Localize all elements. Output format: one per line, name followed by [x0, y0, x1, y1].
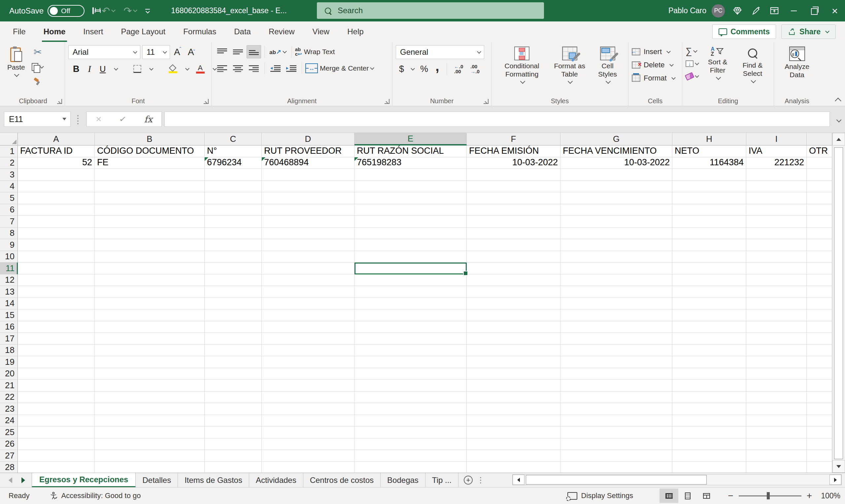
cell-F8[interactable]: [467, 228, 561, 239]
cell-A1[interactable]: FACTURA ID: [18, 145, 95, 157]
cell-E27[interactable]: [354, 450, 467, 462]
cell-E17[interactable]: [354, 333, 467, 345]
cell-J26[interactable]: [807, 438, 832, 450]
scroll-down-button[interactable]: [832, 460, 845, 473]
cell-G14[interactable]: [561, 298, 672, 310]
cell-I27[interactable]: [746, 450, 807, 462]
close-button[interactable]: ×: [825, 0, 845, 21]
cell-D12[interactable]: [262, 274, 354, 286]
cell-H8[interactable]: [672, 228, 746, 239]
cell-F24[interactable]: [467, 415, 561, 427]
cell-B1[interactable]: CÓDIGO DOCUMENTO: [95, 145, 205, 157]
cell-E1[interactable]: RUT RAZÓN SOCIAL: [354, 145, 467, 157]
cell-G23[interactable]: [561, 403, 672, 415]
cell-H2[interactable]: 1164384: [672, 157, 746, 169]
cell-I8[interactable]: [746, 228, 807, 239]
column-header-E[interactable]: E: [354, 133, 467, 145]
cell-I2[interactable]: 221232: [746, 157, 807, 169]
cell-J1[interactable]: OTR: [807, 145, 832, 157]
row-header-10[interactable]: 10: [0, 251, 18, 263]
column-header-B[interactable]: B: [95, 133, 205, 145]
cell-E7[interactable]: [354, 216, 467, 228]
vertical-scroll-thumb[interactable]: [834, 147, 843, 459]
cell-A12[interactable]: [18, 274, 95, 286]
cell-J16[interactable]: [807, 321, 832, 333]
row-header-3[interactable]: 3: [0, 169, 18, 181]
font-name-combobox[interactable]: Arial: [68, 45, 140, 59]
tab-data[interactable]: Data: [225, 21, 260, 42]
tab-help[interactable]: Help: [338, 21, 372, 42]
cell-H18[interactable]: [672, 345, 746, 357]
cell-C8[interactable]: [205, 228, 262, 239]
cell-D16[interactable]: [262, 321, 354, 333]
cell-I11[interactable]: [746, 263, 807, 274]
cell-C17[interactable]: [205, 333, 262, 345]
cell-B13[interactable]: [95, 286, 205, 298]
comma-style-button[interactable]: ,: [434, 60, 441, 73]
cell-D24[interactable]: [262, 415, 354, 427]
zoom-slider[interactable]: [739, 496, 802, 497]
cell-E6[interactable]: [354, 204, 467, 216]
vertical-scrollbar[interactable]: [832, 133, 845, 473]
cell-I6[interactable]: [746, 204, 807, 216]
cell-A6[interactable]: [18, 204, 95, 216]
percent-style-button[interactable]: %: [418, 62, 430, 75]
select-all-button[interactable]: [0, 133, 18, 145]
cell-I24[interactable]: [746, 415, 807, 427]
customize-quick-access-button[interactable]: [145, 9, 150, 13]
cell-I17[interactable]: [746, 333, 807, 345]
row-header-8[interactable]: 8: [0, 228, 18, 239]
cell-I12[interactable]: [746, 274, 807, 286]
cell-D22[interactable]: [262, 392, 354, 403]
cell-I16[interactable]: [746, 321, 807, 333]
accounting-format-button[interactable]: $: [397, 62, 406, 75]
cell-J4[interactable]: [807, 181, 832, 193]
cell-G5[interactable]: [561, 192, 672, 204]
cell-F13[interactable]: [467, 286, 561, 298]
search-box[interactable]: [317, 2, 544, 19]
cell-A17[interactable]: [18, 333, 95, 345]
cell-I25[interactable]: [746, 427, 807, 438]
cell-C9[interactable]: [205, 239, 262, 251]
cell-F3[interactable]: [467, 169, 561, 181]
cell-I26[interactable]: [746, 438, 807, 450]
cell-E23[interactable]: [354, 403, 467, 415]
increase-decimal-button[interactable]: ←.0.00: [452, 62, 465, 75]
cell-H26[interactable]: [672, 438, 746, 450]
tab-bar-splitter[interactable]: [480, 477, 481, 484]
cell-G19[interactable]: [561, 356, 672, 368]
scroll-left-button[interactable]: [513, 475, 525, 485]
cell-D26[interactable]: [262, 438, 354, 450]
user-name[interactable]: Pablo Caro: [663, 6, 712, 15]
cell-I3[interactable]: [746, 169, 807, 181]
cell-I9[interactable]: [746, 239, 807, 251]
number-format-combobox[interactable]: General: [396, 45, 484, 59]
cell-D28[interactable]: [262, 462, 354, 473]
align-right-button[interactable]: [247, 62, 261, 75]
cell-D8[interactable]: [262, 228, 354, 239]
cell-C7[interactable]: [205, 216, 262, 228]
sheet-tab-actividades[interactable]: Actividades: [249, 473, 303, 487]
formula-bar-drag-handle[interactable]: [77, 115, 78, 124]
cell-J6[interactable]: [807, 204, 832, 216]
align-center-button[interactable]: [231, 62, 245, 75]
paste-button[interactable]: Paste: [5, 45, 28, 79]
cell-G11[interactable]: [561, 263, 672, 274]
cell-B18[interactable]: [95, 345, 205, 357]
cell-I13[interactable]: [746, 286, 807, 298]
row-header-6[interactable]: 6: [0, 204, 18, 216]
cell-J13[interactable]: [807, 286, 832, 298]
cell-G24[interactable]: [561, 415, 672, 427]
cell-B3[interactable]: [95, 169, 205, 181]
cell-J25[interactable]: [807, 427, 832, 438]
cell-D14[interactable]: [262, 298, 354, 310]
cell-A26[interactable]: [18, 438, 95, 450]
delete-button[interactable]: × Delete: [632, 58, 674, 72]
cell-C28[interactable]: [205, 462, 262, 473]
cell-F2[interactable]: 10-03-2022: [467, 157, 561, 169]
row-header-11[interactable]: 11: [0, 263, 18, 274]
tab-review[interactable]: Review: [260, 21, 304, 42]
cell-E9[interactable]: [354, 239, 467, 251]
cell-J17[interactable]: [807, 333, 832, 345]
cell-E19[interactable]: [354, 356, 467, 368]
